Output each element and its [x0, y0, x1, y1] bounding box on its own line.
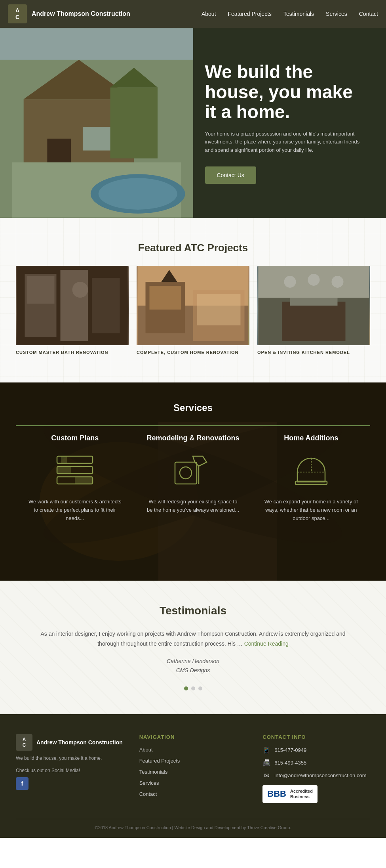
footer-contact: Contact Info 📱 615-477-0949 📠 615-499-43…	[262, 734, 370, 803]
svg-rect-27	[290, 298, 338, 306]
logo-a: A	[15, 7, 19, 14]
site-footer: A C Andrew Thompson Construction We buil…	[0, 714, 386, 838]
site-header: A C Andrew Thompson Construction About F…	[0, 0, 386, 28]
svg-rect-43	[75, 477, 93, 484]
svg-rect-26	[282, 302, 346, 341]
svg-rect-4	[83, 127, 114, 151]
main-nav: About Featured Projects Testimonials Ser…	[202, 11, 378, 17]
logo-area: A C Andrew Thompson Construction	[8, 4, 130, 23]
logo-c: C	[15, 14, 19, 21]
footer-bottom: ©2018 Andrew Thompson Construction | Web…	[16, 819, 370, 830]
copyright-text: ©2018 Andrew Thompson Construction | Web…	[95, 825, 291, 830]
phone2-icon: 📠	[262, 759, 270, 767]
service-title-1: Remodeling & Renovations	[146, 434, 240, 442]
footer-nav-heading: Navigation	[139, 734, 247, 740]
project-card-2: Open & Inviting Kitchen Remodel	[257, 266, 370, 355]
phone1-icon: 📱	[262, 746, 270, 754]
services-content: Services Custom Plans We work with our c…	[16, 402, 370, 530]
svg-rect-22	[197, 294, 241, 325]
continue-reading-link[interactable]: Continue Reading	[244, 640, 289, 647]
testimonials-section: Testimonials As an interior designer, I …	[0, 581, 386, 714]
svg-point-9	[99, 178, 177, 210]
nav-about[interactable]: About	[202, 11, 216, 17]
svg-rect-20	[150, 286, 181, 310]
service-title-0: Custom Plans	[28, 434, 122, 442]
hero-content: We build the house, you make it a home. …	[193, 28, 386, 218]
custom-plans-icon	[55, 454, 95, 486]
bbb-text: Accredited Business	[290, 788, 313, 800]
footer-logo-badge: A C	[16, 734, 32, 751]
nav-testimonials[interactable]: Testimonials	[283, 11, 314, 17]
svg-rect-15	[27, 276, 55, 304]
project-image-kitchen	[257, 266, 370, 345]
hero-headline: We build the house, you make it a home.	[205, 62, 367, 122]
footer-nav-link-4[interactable]: Contact	[139, 791, 157, 797]
home-additions-icon	[291, 454, 331, 486]
nav-services[interactable]: Services	[326, 11, 347, 17]
project-card-0: Custom Master Bath Renovation	[16, 266, 129, 355]
footer-logo: A C Andrew Thompson Construction	[16, 734, 124, 751]
bath-svg	[16, 266, 129, 345]
projects-grid: Custom Master Bath Renovation Complete, …	[16, 266, 370, 355]
hero-svg	[0, 28, 193, 218]
nav-featured-projects[interactable]: Featured Projects	[228, 11, 272, 17]
bbb-icon: BBB	[267, 789, 286, 799]
footer-nav-link-0[interactable]: About	[139, 747, 153, 753]
service-desc-2: We can expand your home in a variety of …	[264, 498, 358, 522]
footer-nav-item-3: Services	[139, 779, 247, 786]
hero-photo	[0, 28, 193, 218]
service-desc-1: We will redesign your existing space to …	[146, 498, 240, 514]
dot-0[interactable]	[184, 686, 188, 690]
project-label-0: Custom Master Bath Renovation	[16, 350, 129, 355]
nav-contact[interactable]: Contact	[359, 11, 378, 17]
service-title-2: Home Additions	[264, 434, 358, 442]
dot-1[interactable]	[191, 686, 195, 690]
footer-company-name: Andrew Thompson Construction	[36, 739, 123, 746]
project-label-2: Open & Inviting Kitchen Remodel	[257, 350, 370, 355]
company-name-header: Andrew Thompson Construction	[32, 10, 130, 18]
facebook-button[interactable]: f	[16, 777, 29, 790]
service-col-1: Remodeling & Renovations We will redesig…	[134, 425, 252, 530]
footer-phone2: 📠 615-499-4355	[262, 759, 370, 767]
testimonial-dots	[40, 686, 346, 690]
logo-badge: A C	[8, 4, 27, 23]
footer-nav-item-2: Testimonials	[139, 768, 247, 775]
svg-rect-5	[110, 87, 158, 158]
footer-nav-item-1: Featured Projects	[139, 757, 247, 764]
svg-rect-31	[259, 266, 369, 298]
footer-social-text: Check us out on Social Media!	[16, 768, 124, 773]
footer-nav-link-3[interactable]: Services	[139, 780, 159, 786]
svg-point-16	[72, 282, 88, 298]
hero-image	[0, 28, 193, 218]
svg-point-45	[180, 467, 192, 479]
svg-rect-48	[295, 481, 327, 484]
footer-nav-item-4: Contact	[139, 790, 247, 797]
service-col-2: Home Additions We can expand your home i…	[252, 425, 370, 530]
services-title: Services	[16, 402, 370, 413]
footer-email: ✉ info@andrewthompsonconstruction.com	[262, 771, 370, 779]
svg-marker-46	[193, 456, 207, 466]
footer-nav-list: About Featured Projects Testimonials Ser…	[139, 746, 247, 797]
dot-2[interactable]	[198, 686, 202, 690]
email-icon: ✉	[262, 771, 270, 779]
svg-rect-44	[175, 462, 197, 484]
kitchen-svg	[257, 266, 370, 345]
footer-tagline: We build the house, you make it a home.	[16, 755, 124, 762]
footer-nav-item-0: About	[139, 746, 247, 753]
footer-brand: A C Andrew Thompson Construction We buil…	[16, 734, 124, 803]
footer-nav-link-1[interactable]: Featured Projects	[139, 758, 180, 764]
bbb-badge: BBB Accredited Business	[262, 785, 318, 803]
footer-nav: Navigation About Featured Projects Testi…	[139, 734, 247, 803]
svg-rect-14	[92, 278, 120, 333]
hero-cta-button[interactable]: Contact Us	[205, 166, 256, 184]
featured-projects-title: Featured ATC Projects	[16, 242, 370, 254]
svg-rect-13	[61, 270, 88, 341]
project-label-1: Complete, Custom Home Renovation	[137, 350, 249, 355]
footer-nav-link-2[interactable]: Testimonials	[139, 769, 168, 775]
testimonial-quote: As an interior designer, I enjoy working…	[40, 629, 346, 649]
svg-rect-42	[57, 467, 71, 474]
remodeling-icon	[173, 454, 213, 486]
featured-projects-section: Featured ATC Projects Custom Master Bath…	[0, 218, 386, 382]
project-image-bath	[16, 266, 129, 345]
service-desc-0: We work with our customers & architects …	[28, 498, 122, 522]
